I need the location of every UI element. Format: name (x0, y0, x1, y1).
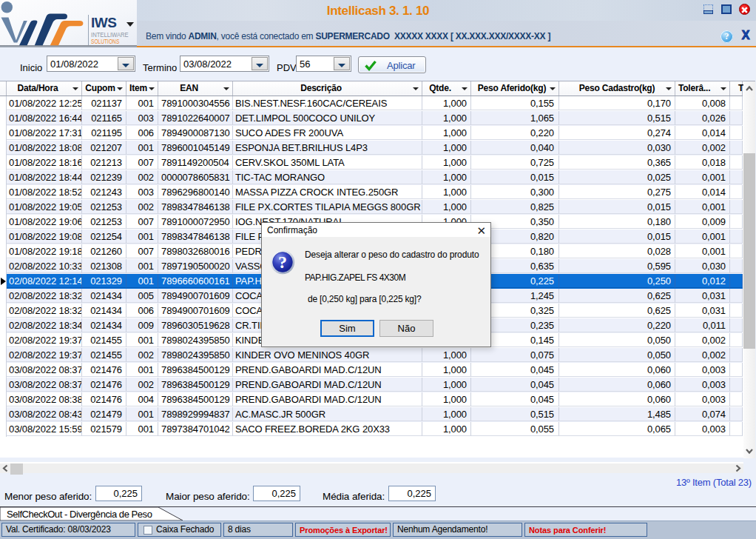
svg-text:?: ? (278, 252, 287, 272)
